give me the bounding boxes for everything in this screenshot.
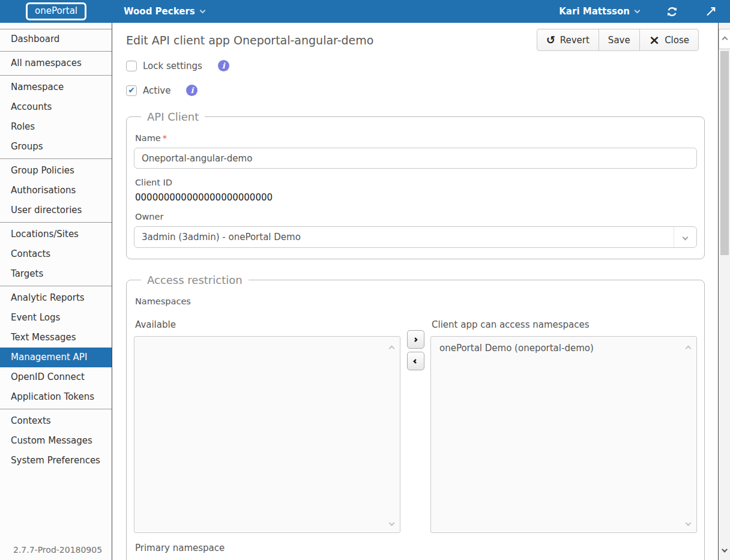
sidebar-item-accounts[interactable]: Accounts bbox=[0, 97, 112, 117]
revert-label: Revert bbox=[560, 35, 590, 46]
owner-value: 3admin (3admin) - onePortal Demo bbox=[134, 232, 674, 242]
assigned-list[interactable]: onePortal Demo (oneportal-demo) bbox=[430, 336, 697, 533]
api-client-legend: API Client bbox=[141, 110, 205, 123]
move-left-button[interactable] bbox=[407, 352, 424, 370]
assigned-column: Client app can access namespaces onePort… bbox=[430, 311, 697, 533]
move-right-button[interactable] bbox=[407, 330, 424, 349]
save-label: Save bbox=[608, 35, 630, 46]
chevron-down-icon bbox=[674, 227, 696, 247]
sidebar-item-system-preferences[interactable]: System Preferences bbox=[0, 451, 112, 471]
version-label: 2.7.7-Prod-20180905 bbox=[13, 545, 102, 555]
topbar: onePortal Wood Peckers Kari Mattsson bbox=[0, 0, 730, 23]
active-row: ✔ Active i bbox=[126, 85, 705, 96]
sidebar-item-management-api[interactable]: Management API bbox=[0, 348, 112, 367]
sidebar-item-custom-messages[interactable]: Custom Messages bbox=[0, 431, 112, 451]
sidebar-item-event-logs[interactable]: Event Logs bbox=[0, 308, 112, 328]
tenant-name: Wood Peckers bbox=[124, 6, 195, 17]
sidebar-item-dashboard[interactable]: Dashboard bbox=[0, 29, 112, 49]
divider bbox=[0, 75, 112, 76]
close-button[interactable]: × Close bbox=[639, 29, 699, 51]
chevron-up-icon bbox=[722, 36, 728, 42]
sidebar-item-contexts[interactable]: Contexts bbox=[0, 411, 112, 431]
access-restriction-legend: Access restriction bbox=[141, 274, 249, 286]
scroll-up-button[interactable] bbox=[719, 29, 730, 49]
assigned-label: Client app can access namespaces bbox=[432, 319, 696, 330]
sidebar-item-groups[interactable]: Groups bbox=[0, 137, 112, 157]
main-scrollbar[interactable] bbox=[718, 23, 730, 560]
scroll-down-icon[interactable] bbox=[390, 516, 394, 528]
sidebar-item-locations-sites[interactable]: Locations/Sites bbox=[0, 224, 112, 244]
sidebar-item-contacts[interactable]: Contacts bbox=[0, 244, 112, 264]
namespace-dual-list: Available Client app can access namespac… bbox=[134, 311, 697, 533]
revert-button[interactable]: ↺ Revert bbox=[537, 29, 599, 51]
close-label: Close bbox=[665, 35, 689, 46]
chevron-down-icon bbox=[635, 8, 641, 14]
tenant-selector[interactable]: Wood Peckers bbox=[124, 6, 205, 17]
sidebar-item-openid-connect[interactable]: OpenID Connect bbox=[0, 367, 112, 387]
expand-icon[interactable] bbox=[705, 5, 717, 17]
sidebar-item-all-namespaces[interactable]: All namespaces bbox=[0, 53, 112, 73]
scrollbar-thumb[interactable] bbox=[720, 51, 729, 255]
check-icon: ✔ bbox=[128, 85, 135, 95]
divider bbox=[0, 51, 112, 52]
close-icon: × bbox=[649, 34, 660, 47]
scroll-up-icon[interactable] bbox=[686, 342, 690, 353]
sidebar-item-analytic-reports[interactable]: Analytic Reports bbox=[0, 288, 112, 308]
chevron-down-icon bbox=[199, 8, 205, 14]
name-label: Name* bbox=[135, 133, 696, 143]
namespaces-label: Namespaces bbox=[135, 297, 696, 306]
sidebar-item-user-directories[interactable]: User directories bbox=[0, 200, 112, 220]
scroll-down-icon[interactable] bbox=[686, 516, 690, 528]
access-restriction-fieldset: Access restriction Namespaces Available bbox=[126, 274, 705, 560]
client-id-value: 000000000000000000000000 bbox=[135, 192, 696, 203]
chevron-right-icon bbox=[413, 337, 418, 342]
chevron-left-icon bbox=[413, 358, 418, 363]
divider bbox=[0, 286, 112, 286]
sidebar-item-group-policies[interactable]: Group Policies bbox=[0, 161, 112, 181]
sidebar: Dashboard All namespaces Namespace Accou… bbox=[0, 23, 112, 560]
sidebar-item-application-tokens[interactable]: Application Tokens bbox=[0, 387, 112, 407]
available-list[interactable] bbox=[134, 336, 400, 533]
owner-select[interactable]: 3admin (3admin) - onePortal Demo bbox=[134, 226, 697, 248]
sidebar-item-text-messages[interactable]: Text Messages bbox=[0, 328, 112, 348]
transfer-controls bbox=[400, 311, 430, 533]
main-content: Edit API client app Oneportal-angular-de… bbox=[113, 23, 718, 560]
sidebar-item-targets[interactable]: Targets bbox=[0, 264, 112, 284]
refresh-icon[interactable] bbox=[666, 5, 678, 18]
toolbar: ↺ Revert Save × Close bbox=[537, 29, 699, 51]
divider bbox=[0, 409, 112, 409]
lock-settings-checkbox[interactable] bbox=[126, 61, 137, 71]
main-header: Edit API client app Oneportal-angular-de… bbox=[126, 23, 705, 47]
available-label: Available bbox=[135, 319, 399, 330]
user-name: Kari Mattsson bbox=[559, 6, 630, 17]
primary-namespace-label: Primary namespace bbox=[135, 543, 696, 553]
api-client-fieldset: API Client Name* Client ID 0000000000000… bbox=[126, 110, 705, 259]
sidebar-item-roles[interactable]: Roles bbox=[0, 117, 112, 137]
save-button[interactable]: Save bbox=[599, 29, 640, 51]
active-label: Active bbox=[143, 85, 170, 96]
revert-icon: ↺ bbox=[546, 35, 555, 46]
sidebar-nav: Dashboard All namespaces Namespace Accou… bbox=[0, 29, 112, 471]
info-icon[interactable]: i bbox=[218, 60, 229, 71]
lock-settings-row: Lock settings i bbox=[126, 60, 705, 71]
required-asterisk: * bbox=[163, 133, 167, 143]
lock-settings-label: Lock settings bbox=[143, 61, 202, 71]
scroll-up-icon[interactable] bbox=[390, 342, 394, 353]
list-item[interactable]: onePortal Demo (oneportal-demo) bbox=[431, 337, 696, 354]
user-menu[interactable]: Kari Mattsson bbox=[559, 6, 639, 17]
sidebar-item-authorisations[interactable]: Authorisations bbox=[0, 181, 112, 200]
divider bbox=[0, 222, 112, 223]
active-checkbox[interactable]: ✔ bbox=[126, 85, 137, 96]
name-input[interactable] bbox=[134, 148, 697, 169]
info-icon[interactable]: i bbox=[186, 85, 198, 96]
oneportal-logo[interactable]: onePortal bbox=[26, 2, 86, 20]
sidebar-item-namespace[interactable]: Namespace bbox=[0, 77, 112, 97]
chevron-down-icon bbox=[722, 547, 728, 553]
scroll-down-button[interactable] bbox=[722, 543, 726, 554]
owner-label: Owner bbox=[135, 212, 696, 221]
client-id-label: Client ID bbox=[135, 178, 696, 187]
available-column: Available bbox=[134, 311, 400, 533]
divider bbox=[0, 158, 112, 159]
